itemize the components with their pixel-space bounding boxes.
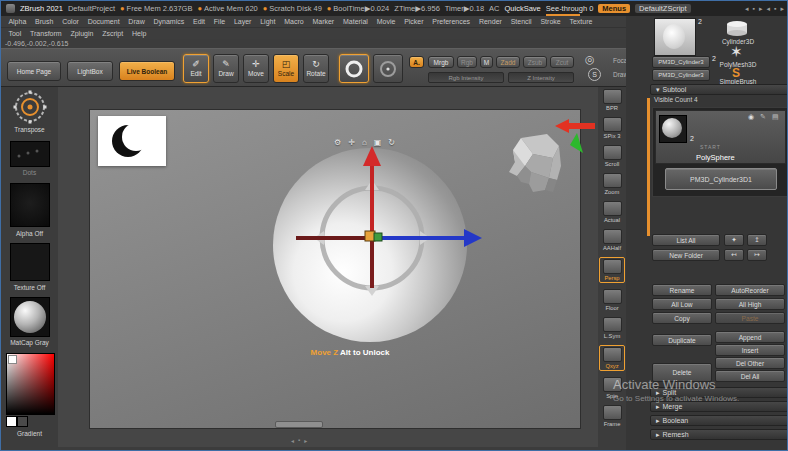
menu-brush[interactable]: Brush: [31, 18, 58, 25]
stroke-selector[interactable]: [10, 141, 50, 167]
move-out-button[interactable]: ↤: [724, 249, 744, 261]
del-other-button[interactable]: Del Other: [715, 357, 785, 369]
append-button[interactable]: Append: [715, 331, 785, 343]
subtool-thumbnail[interactable]: [659, 115, 687, 143]
alt-color-swatch[interactable]: [17, 416, 28, 427]
brush-preview-button[interactable]: [339, 54, 369, 83]
menu-draw[interactable]: Draw: [124, 18, 149, 25]
texture-selector[interactable]: [10, 243, 50, 281]
menu-render[interactable]: Render: [475, 18, 507, 25]
paste-button[interactable]: Paste: [715, 312, 785, 324]
nav-center-icon[interactable]: ▪: [298, 437, 300, 444]
list-all-button[interactable]: List All: [652, 234, 720, 246]
menu-color[interactable]: Color: [58, 18, 84, 25]
actual-button[interactable]: Actual: [599, 201, 625, 223]
gizmo-home-icon[interactable]: ⌂: [362, 138, 367, 147]
menu-layer[interactable]: Layer: [230, 18, 256, 25]
split-section-header[interactable]: ▸ Split: [650, 387, 788, 398]
canvas-scrollbar-handle[interactable]: [275, 421, 323, 428]
stroke-preview-button[interactable]: [373, 54, 403, 83]
del-all-button[interactable]: Del All: [715, 370, 785, 382]
menu-stencil[interactable]: Stencil: [506, 18, 536, 25]
zadd-button[interactable]: Zadd: [496, 56, 520, 68]
zoom-button[interactable]: Zoom: [599, 173, 625, 195]
m-button[interactable]: M: [480, 56, 493, 68]
menus-toggle-button[interactable]: Menus: [598, 4, 630, 13]
transpose-icon[interactable]: [13, 90, 47, 124]
menu-help[interactable]: Help: [128, 30, 151, 37]
qxyz-button[interactable]: Qxyz: [599, 345, 625, 371]
nav-left-icon[interactable]: ◂: [291, 437, 294, 444]
zscript-rewind-icon[interactable]: ◂: [766, 5, 770, 13]
subtool-options-icon[interactable]: ▤: [772, 113, 779, 121]
subtool-eye-icon[interactable]: ◉: [748, 113, 754, 121]
zscript-forward-icon[interactable]: ▸: [780, 5, 784, 13]
material-selector[interactable]: [10, 297, 50, 337]
menu-file[interactable]: File: [209, 18, 229, 25]
move-up-button[interactable]: ↥: [747, 234, 767, 246]
menu-edit[interactable]: Edit: [189, 18, 210, 25]
color-picker[interactable]: [6, 353, 55, 415]
zscript-prev-icon[interactable]: ◂: [745, 5, 749, 13]
main-color-swatch[interactable]: [6, 416, 17, 427]
mrgb-button[interactable]: Mrgb: [428, 56, 454, 68]
menu-zscript[interactable]: Zscript: [98, 30, 128, 37]
document-canvas[interactable]: ⚙ ✛ ⌂ ▣ ↻: [89, 109, 581, 429]
gizmo-reset-icon[interactable]: ↻: [388, 138, 395, 147]
move-in-button[interactable]: ↦: [747, 249, 767, 261]
rgb-intensity-slider[interactable]: Rgb Intensity: [428, 72, 504, 83]
menu-texture[interactable]: Texture: [565, 18, 597, 25]
palette-scrollbar[interactable]: [647, 98, 650, 236]
aahalf-button[interactable]: AAHalf: [599, 229, 625, 251]
sphere-model[interactable]: [273, 148, 467, 342]
menu-picker[interactable]: Picker: [400, 18, 428, 25]
subtool-item-selected[interactable]: ◉ ✎ ▤ 2 START PolySphere: [655, 110, 786, 164]
lightbox-button[interactable]: LightBox: [67, 61, 113, 81]
lsym-button[interactable]: L.Sym: [599, 317, 625, 339]
rgb-button[interactable]: Rgb: [457, 56, 477, 68]
spix-slider[interactable]: SPix 3: [599, 117, 625, 139]
subtool-item-cylinder[interactable]: PM3D_Cylinder3D1: [665, 168, 777, 190]
select-up-button[interactable]: ✦: [724, 234, 744, 246]
recent-tool-1[interactable]: PM3D_Cylinder3: [652, 56, 710, 68]
move-mode-button[interactable]: ✛ Move: [243, 54, 269, 83]
zscript-pause-icon[interactable]: ▪: [774, 5, 776, 13]
delete-button[interactable]: Delete: [652, 363, 712, 382]
menu-light[interactable]: Light: [256, 18, 280, 25]
menu-zplugin[interactable]: Zplugin: [66, 30, 98, 37]
rotate-mode-button[interactable]: ↻ Rotate: [303, 54, 329, 83]
gizmo-lock-icon[interactable]: ▣: [374, 138, 382, 147]
zcut-button[interactable]: Zcut: [550, 56, 574, 68]
menu-tool[interactable]: Tool: [4, 30, 26, 37]
menu-preferences[interactable]: Preferences: [428, 18, 475, 25]
color-picker-cursor[interactable]: [8, 355, 17, 364]
new-folder-button[interactable]: New Folder: [652, 249, 720, 261]
menu-macro[interactable]: Macro: [280, 18, 308, 25]
draw-mode-button[interactable]: ✎ Draw: [213, 54, 239, 83]
menu-dynamics[interactable]: Dynamics: [149, 18, 189, 25]
scroll-button[interactable]: Scroll: [599, 145, 625, 167]
merge-section-header[interactable]: ▸ Merge: [650, 401, 788, 412]
subtool-paint-icon[interactable]: ✎: [760, 113, 766, 121]
remesh-section-header[interactable]: ▸ Remesh: [650, 429, 788, 440]
menu-movie[interactable]: Movie: [372, 18, 399, 25]
edit-mode-button[interactable]: ✐ Edit: [183, 54, 209, 83]
insert-button[interactable]: Insert: [715, 344, 785, 356]
zscript-play-icon[interactable]: ▸: [759, 5, 763, 13]
current-tool-thumbnail[interactable]: [654, 18, 696, 56]
persp-button[interactable]: Persp: [599, 257, 625, 283]
all-low-button[interactable]: All Low: [652, 298, 712, 310]
z-intensity-slider[interactable]: Z Intensity: [508, 72, 574, 83]
scale-mode-button[interactable]: ◰ Scale: [273, 54, 299, 83]
menu-transform[interactable]: Transform: [26, 30, 66, 37]
autoreorder-button[interactable]: AutoReorder: [715, 284, 785, 296]
home-page-button[interactable]: Home Page: [7, 61, 61, 81]
spin-button[interactable]: Spin: [599, 377, 625, 399]
polymesh3d-star-icon[interactable]: ✶: [730, 43, 743, 61]
boolean-section-header[interactable]: ▸ Boolean: [650, 415, 788, 426]
nav-right-icon[interactable]: ▸: [304, 437, 307, 444]
quicksave-button[interactable]: QuickSave: [505, 4, 541, 13]
cylinder3d-icon[interactable]: [726, 21, 748, 37]
live-boolean-button[interactable]: Live Boolean: [119, 61, 175, 81]
paint-alpha-badge[interactable]: A.: [409, 56, 424, 68]
